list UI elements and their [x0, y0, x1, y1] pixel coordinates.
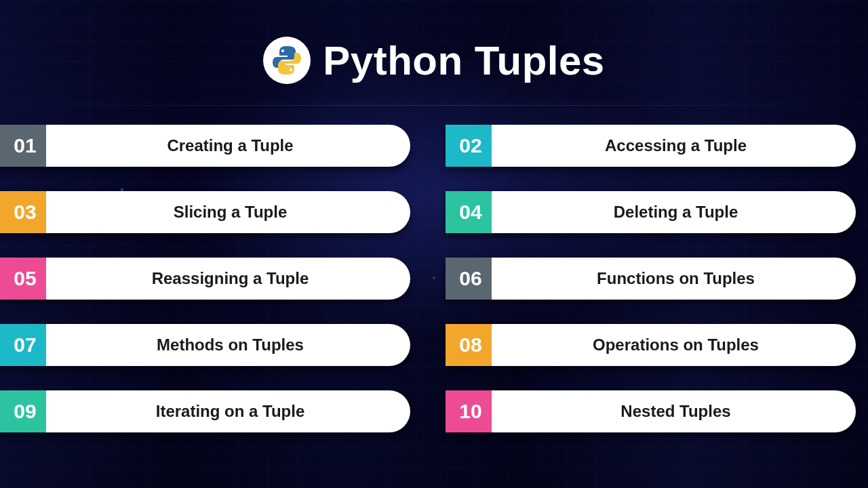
topic-number: 10 [446, 390, 496, 432]
svg-point-1 [290, 68, 292, 71]
topic-label-pill: Deleting a Tuple [492, 191, 856, 233]
topic-number: 04 [446, 191, 496, 233]
topic-label-pill: Slicing a Tuple [46, 191, 410, 233]
topic-number: 07 [0, 324, 50, 366]
topic-label-pill: Methods on Tuples [46, 324, 410, 366]
topic-item-04: 04Deleting a Tuple [446, 191, 856, 233]
topics-grid: 01Creating a Tuple02Accessing a Tuple03S… [0, 104, 868, 432]
topic-label: Iterating on a Tuple [156, 402, 305, 421]
topic-number: 09 [0, 390, 50, 432]
topic-label: Creating a Tuple [167, 136, 293, 155]
topic-item-02: 02Accessing a Tuple [446, 125, 856, 167]
topic-label: Functions on Tuples [597, 269, 755, 288]
topic-number: 02 [446, 125, 496, 167]
topic-number: 01 [0, 125, 50, 167]
python-snakes-icon [270, 43, 304, 77]
topic-item-05: 05Reassigning a Tuple [0, 258, 410, 300]
topic-label-pill: Accessing a Tuple [492, 125, 856, 167]
page-header: Python Tuples [0, 0, 868, 104]
topic-item-09: 09Iterating on a Tuple [0, 390, 410, 432]
topic-label: Operations on Tuples [593, 336, 759, 354]
python-logo-icon [263, 37, 311, 84]
topic-label-pill: Functions on Tuples [492, 258, 856, 300]
topic-label-pill: Reassigning a Tuple [46, 258, 410, 300]
topic-number: 03 [0, 191, 50, 233]
topic-label-pill: Iterating on a Tuple [46, 390, 410, 432]
topic-item-03: 03Slicing a Tuple [0, 191, 410, 233]
topic-number: 08 [446, 324, 496, 366]
svg-point-0 [281, 49, 284, 52]
topic-label-pill: Operations on Tuples [492, 324, 856, 366]
topic-number: 05 [0, 258, 50, 300]
topic-item-01: 01Creating a Tuple [0, 125, 410, 167]
topic-item-08: 08Operations on Tuples [446, 324, 856, 366]
topic-label: Nested Tuples [620, 402, 730, 421]
topic-label: Slicing a Tuple [174, 203, 288, 222]
topic-label-pill: Creating a Tuple [46, 125, 410, 167]
topic-label: Accessing a Tuple [605, 136, 747, 155]
topic-number: 06 [446, 258, 496, 300]
topic-item-07: 07Methods on Tuples [0, 324, 410, 366]
page-title: Python Tuples [323, 37, 604, 84]
topic-label-pill: Nested Tuples [492, 390, 856, 432]
topic-item-10: 10Nested Tuples [446, 390, 856, 432]
topic-item-06: 06Functions on Tuples [446, 258, 856, 300]
topic-label: Methods on Tuples [157, 336, 304, 354]
topic-label: Deleting a Tuple [614, 203, 738, 222]
topic-label: Reassigning a Tuple [152, 269, 309, 288]
